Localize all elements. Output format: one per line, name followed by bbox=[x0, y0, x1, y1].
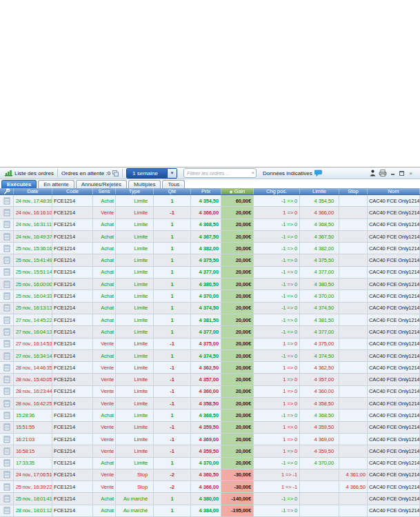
chevron-down-icon: ▼ bbox=[167, 169, 177, 178]
cell-type: Limite bbox=[116, 362, 154, 373]
cell-limite bbox=[300, 481, 339, 492]
document-icon bbox=[3, 304, 10, 312]
cell-type: Limite bbox=[116, 326, 154, 337]
document-icon bbox=[3, 245, 10, 252]
cell-qte: -2 bbox=[154, 469, 191, 480]
table-row[interactable]: 24 nov., 16:49:37FCE1214AchatLimite14 36… bbox=[0, 231, 420, 243]
table-row[interactable]: 16:58:15FCE1214VenteLimite-14 359,5020,0… bbox=[0, 445, 420, 457]
filter-box: × bbox=[183, 168, 257, 178]
cell-prix: 4 359,50 bbox=[191, 445, 221, 456]
cell-prix: 4 375,50 bbox=[191, 254, 221, 265]
cell-nom: CAC40 FCE Only1214 bbox=[368, 290, 420, 301]
cell-nom: CAC40 FCE Only1214 bbox=[368, 374, 420, 385]
table-header: DateCodeSensTypeQtéPrix◆GainChg pos.Limi… bbox=[0, 188, 420, 195]
document-icon bbox=[3, 281, 10, 288]
period-select[interactable]: 1 semaine ▼ bbox=[126, 168, 177, 179]
table-row[interactable]: 25 nov., 15:51:14FCE1214AchatLimite14 37… bbox=[0, 267, 420, 278]
column-header-prix[interactable]: Prix bbox=[191, 188, 221, 194]
pending-orders-button[interactable]: Ordres en attente :0 bbox=[59, 168, 121, 179]
column-header-gain[interactable]: ◆Gain bbox=[221, 188, 254, 194]
cell-stop bbox=[339, 493, 368, 504]
column-header-date[interactable]: Date bbox=[14, 188, 52, 194]
comment-icon bbox=[314, 170, 322, 176]
cell-icon bbox=[0, 338, 14, 349]
cell-date: 27 nov., 16:34:14 bbox=[14, 350, 52, 361]
cell-qte: -1 bbox=[154, 338, 191, 349]
table-row[interactable]: 17:33:35FCE1214AchatLimite14 370,0020,00… bbox=[0, 458, 420, 469]
table-row[interactable]: 27 nov., 14:45:22FCE1214AchatLimite14 38… bbox=[0, 314, 420, 326]
cell-nom: CAC40 FCE Only1214 bbox=[368, 219, 420, 230]
cell-icon bbox=[0, 195, 14, 206]
table-row[interactable]: 15:28:36FCE1214AchatLimite14 368,5020,00… bbox=[0, 409, 420, 421]
cell-qte: 1 bbox=[154, 505, 191, 516]
table-row[interactable]: 28 nov., 14:46:35FCE1214VenteLimite-14 3… bbox=[0, 362, 420, 374]
cell-chg: 1 => 0 bbox=[254, 445, 300, 456]
cell-sens: Vente bbox=[93, 362, 116, 373]
table-row[interactable]: 28 nov., 16:23:44FCE1214VenteLimite-14 3… bbox=[0, 386, 420, 398]
cell-nom: CAC40 FCE Only1214 bbox=[368, 303, 420, 314]
table-row[interactable]: 25 nov., 16:04:33FCE1214AchatLimite14 37… bbox=[0, 290, 420, 302]
table-row[interactable]: 28 nov., 16:42:25FCE1214VenteLimite-14 3… bbox=[0, 398, 420, 409]
column-header-nom[interactable]: Nom bbox=[368, 188, 420, 194]
printer-icon[interactable] bbox=[379, 170, 387, 176]
cell-stop bbox=[339, 422, 368, 433]
clear-filter-icon[interactable]: × bbox=[251, 169, 254, 176]
table-row[interactable]: 27 nov., 16:04:13FCE1214AchatLimite14 37… bbox=[0, 326, 420, 338]
cell-icon bbox=[0, 207, 14, 218]
cell-gain: 20,00€ bbox=[221, 398, 254, 409]
tab-multiples[interactable]: Multiples bbox=[128, 180, 161, 188]
table-row[interactable]: 15:51:55FCE1214VenteLimite-14 359,5020,0… bbox=[0, 422, 420, 434]
cell-sens: Vente bbox=[93, 422, 116, 433]
column-header-limite[interactable]: Limite bbox=[300, 188, 339, 194]
cell-code: FCE1214 bbox=[52, 445, 93, 456]
filter-input[interactable] bbox=[183, 168, 257, 178]
cell-sens: Vente bbox=[93, 386, 116, 397]
column-settings-button[interactable] bbox=[0, 188, 14, 194]
user-icon[interactable] bbox=[370, 170, 376, 176]
close-button[interactable]: × bbox=[408, 170, 414, 176]
cell-code: FCE1214 bbox=[52, 267, 93, 278]
table-row[interactable]: 25 nov., 16:00:00FCE1214AchatLimite14 38… bbox=[0, 278, 420, 290]
column-header-code[interactable]: Code bbox=[52, 188, 93, 194]
cell-sens: Vente bbox=[93, 445, 116, 456]
table-row[interactable]: 24 nov., 17:48:39FCE1214AchatLimite14 35… bbox=[0, 195, 420, 207]
tab-en-attente[interactable]: En attente bbox=[38, 180, 74, 188]
cell-gain: 20,00€ bbox=[221, 386, 254, 397]
table-row[interactable]: 25 nov., 18:01:41FCE1214AchatAu marché14… bbox=[0, 493, 420, 505]
table-row[interactable]: 28 nov., 15:40:05FCE1214VenteLimite-14 3… bbox=[0, 374, 420, 385]
table-row[interactable]: 25 nov., 15:41:49FCE1214AchatLimite14 37… bbox=[0, 254, 420, 266]
table-row[interactable]: 24 nov., 16:31:11FCE1214AchatLimite14 36… bbox=[0, 219, 420, 231]
list-orders-button[interactable]: Liste des ordres bbox=[2, 168, 57, 179]
restore-button[interactable] bbox=[399, 170, 405, 176]
table-row[interactable]: 28 nov., 18:01:12FCE1214AchatAu marché14… bbox=[0, 505, 420, 517]
cell-type: Limite bbox=[116, 398, 154, 409]
table-row[interactable]: 27 nov., 16:34:14FCE1214AchatLimite14 37… bbox=[0, 350, 420, 362]
cell-sens: Achat bbox=[93, 195, 116, 206]
tab-annul-s-rejet-s[interactable]: Annulés/Rejetés bbox=[76, 180, 127, 188]
cell-prix: 4 359,50 bbox=[191, 422, 221, 433]
cell-qte: 1 bbox=[154, 267, 191, 278]
cell-gain: -195,00€ bbox=[221, 505, 254, 516]
column-header-chg[interactable]: Chg pos. bbox=[254, 188, 300, 194]
column-header-qte[interactable]: Qté bbox=[154, 188, 191, 194]
column-header-stop[interactable]: Stop bbox=[339, 188, 368, 194]
column-header-sens[interactable]: Sens bbox=[93, 188, 116, 194]
table-row[interactable]: 25 nov., 16:13:13FCE1214AchatLimite14 37… bbox=[0, 303, 420, 314]
table-row[interactable]: 24 nov., 17:06:51FCE1214VenteStop-24 360… bbox=[0, 469, 420, 481]
cell-chg: 1 => 0 bbox=[254, 386, 300, 397]
table-row[interactable]: 25 nov., 15:36:16FCE1214AchatLimite14 38… bbox=[0, 243, 420, 254]
cell-nom: CAC40 FCE Only1214 bbox=[368, 362, 420, 373]
table-row[interactable]: 25 nov., 16:39:22FCE1214VenteStop-24 366… bbox=[0, 481, 420, 493]
table-row[interactable]: 27 nov., 16:14:53FCE1214VenteLimite-14 3… bbox=[0, 338, 420, 350]
column-header-type[interactable]: Type bbox=[116, 188, 154, 194]
cell-type: Limite bbox=[116, 278, 154, 290]
cell-limite: 4 377,00 bbox=[300, 326, 339, 337]
table-row[interactable]: 16:21:03FCE1214VenteLimite-14 369,0020,0… bbox=[0, 434, 420, 445]
table-row[interactable]: 24 nov., 16:16:10FCE1214VenteLimite-14 3… bbox=[0, 207, 420, 219]
cell-code: FCE1214 bbox=[52, 326, 93, 337]
minimize-button[interactable] bbox=[390, 170, 396, 176]
cell-chg: -1 => 0 bbox=[254, 409, 300, 420]
tab-tous[interactable]: Tous bbox=[162, 180, 185, 188]
cell-qte: 1 bbox=[154, 278, 191, 290]
tab-ex-cut-s[interactable]: Exécutés bbox=[1, 180, 37, 188]
